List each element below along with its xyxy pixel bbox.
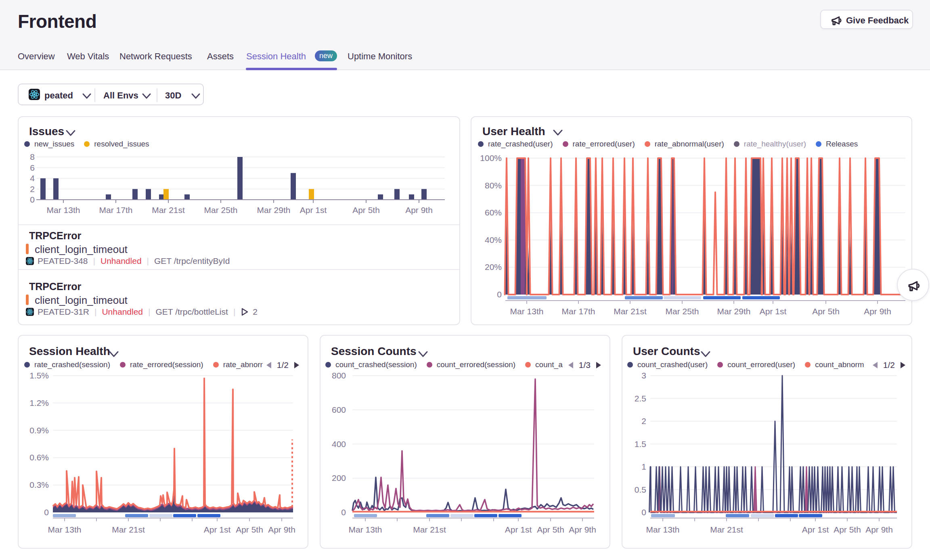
svg-text:Mar 25th: Mar 25th xyxy=(666,307,699,316)
svg-text:Mar 21st: Mar 21st xyxy=(152,205,185,215)
svg-text:200: 200 xyxy=(332,473,346,483)
svg-text:8: 8 xyxy=(30,152,35,161)
svg-text:60%: 60% xyxy=(485,208,502,217)
svg-text:Apr 9th: Apr 9th xyxy=(864,307,891,316)
svg-text:Mar 25th: Mar 25th xyxy=(204,205,238,215)
svg-text:Mar 13th: Mar 13th xyxy=(646,525,680,534)
svg-text:Apr 5th: Apr 5th xyxy=(236,525,263,534)
svg-text:Mar 21st: Mar 21st xyxy=(112,525,145,534)
svg-text:80%: 80% xyxy=(485,181,502,190)
svg-text:0: 0 xyxy=(497,290,502,299)
svg-text:2: 2 xyxy=(641,416,646,426)
svg-text:0.9%: 0.9% xyxy=(29,426,49,435)
svg-text:Apr 5th: Apr 5th xyxy=(537,525,564,534)
svg-text:Apr 5th: Apr 5th xyxy=(812,307,840,316)
svg-text:1.5%: 1.5% xyxy=(29,371,49,380)
svg-text:40%: 40% xyxy=(485,235,502,244)
svg-text:0: 0 xyxy=(30,195,35,204)
svg-text:Mar 13th: Mar 13th xyxy=(47,205,80,215)
svg-text:Mar 13th: Mar 13th xyxy=(510,307,544,316)
svg-text:2.5: 2.5 xyxy=(635,394,646,403)
svg-text:Mar 21st: Mar 21st xyxy=(413,525,446,534)
svg-text:Apr 1st: Apr 1st xyxy=(760,307,787,316)
svg-text:Apr 9th: Apr 9th xyxy=(865,525,893,534)
svg-text:Apr 5th: Apr 5th xyxy=(834,525,861,534)
svg-text:400: 400 xyxy=(332,439,346,449)
svg-text:0: 0 xyxy=(641,508,646,517)
svg-text:0.6%: 0.6% xyxy=(29,453,49,462)
svg-text:Mar 13th: Mar 13th xyxy=(48,525,82,534)
svg-text:Apr 1st: Apr 1st xyxy=(505,525,532,534)
svg-text:Apr 5th: Apr 5th xyxy=(352,205,380,215)
svg-text:0: 0 xyxy=(341,508,346,517)
svg-text:0.5: 0.5 xyxy=(635,485,646,494)
svg-text:1: 1 xyxy=(641,462,646,471)
svg-text:0.3%: 0.3% xyxy=(29,480,49,489)
svg-text:Apr 1st: Apr 1st xyxy=(204,525,231,534)
svg-text:800: 800 xyxy=(332,371,346,380)
svg-text:1.5: 1.5 xyxy=(635,439,646,449)
svg-text:Mar 17th: Mar 17th xyxy=(562,307,595,316)
svg-text:4: 4 xyxy=(30,173,35,183)
svg-text:1.2%: 1.2% xyxy=(29,398,49,407)
svg-text:0: 0 xyxy=(44,508,49,517)
svg-text:Apr 9th: Apr 9th xyxy=(405,205,433,215)
svg-text:Mar 29th: Mar 29th xyxy=(717,307,751,316)
svg-text:Apr 9th: Apr 9th xyxy=(268,525,295,534)
svg-text:600: 600 xyxy=(332,405,346,414)
svg-text:3: 3 xyxy=(641,371,646,380)
svg-text:Apr 1st: Apr 1st xyxy=(802,525,829,534)
svg-text:Apr 9th: Apr 9th xyxy=(569,525,596,534)
svg-text:Apr 1st: Apr 1st xyxy=(300,205,327,215)
svg-text:6: 6 xyxy=(30,163,35,172)
svg-text:Mar 13th: Mar 13th xyxy=(349,525,382,534)
svg-text:Mar 17th: Mar 17th xyxy=(99,205,133,215)
svg-text:2: 2 xyxy=(30,184,35,194)
svg-text:Mar 21st: Mar 21st xyxy=(710,525,743,534)
svg-text:Mar 29th: Mar 29th xyxy=(257,205,291,215)
svg-text:20%: 20% xyxy=(485,262,502,272)
svg-text:Mar 21st: Mar 21st xyxy=(614,307,647,316)
svg-text:100%: 100% xyxy=(480,153,502,163)
